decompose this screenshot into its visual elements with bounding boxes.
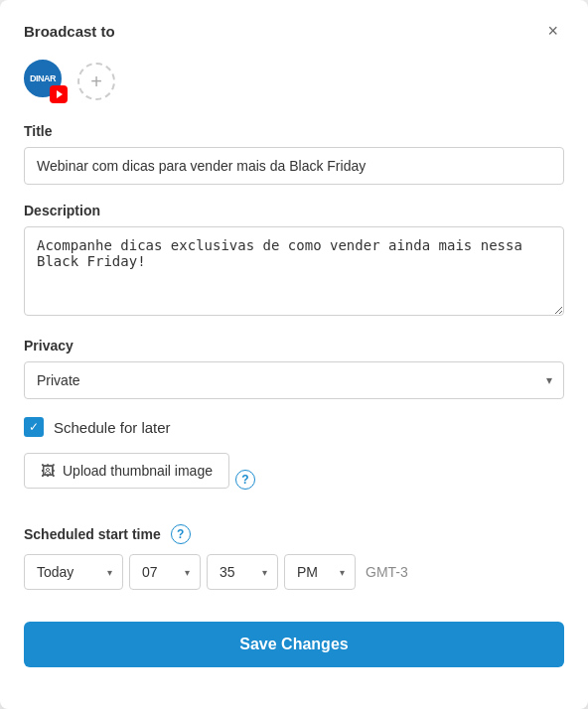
privacy-select-wrapper: Private Public Unlisted ▾ (24, 361, 564, 399)
upload-thumbnail-label: Upload thumbnail image (63, 463, 213, 479)
description-field-group: Description (24, 203, 564, 320)
scheduled-time-section: Scheduled start time ? Today ▾ 07 ▾ 35 ▾… (24, 524, 564, 590)
minute-value: 35 (220, 564, 235, 580)
scheduled-time-help-icon[interactable]: ? (171, 524, 191, 544)
close-button[interactable]: × (541, 20, 564, 42)
privacy-field-group: Privacy Private Public Unlisted ▾ (24, 338, 564, 399)
title-label: Title (24, 123, 564, 139)
schedule-label: Schedule for later (54, 419, 171, 436)
hour-value: 07 (142, 564, 158, 580)
broadcast-targets: DINAR + (24, 60, 564, 103)
day-arrow-icon: ▾ (107, 567, 112, 578)
add-platform-button[interactable]: + (77, 63, 115, 100)
ampm-select-box[interactable]: PM ▾ (284, 554, 356, 590)
broadcast-modal: Broadcast to × DINAR + Title Description… (0, 0, 588, 709)
minute-select-box[interactable]: 35 ▾ (207, 554, 278, 590)
description-input[interactable] (24, 226, 564, 316)
title-field-group: Title (24, 123, 564, 185)
scheduled-time-label: Scheduled start time (24, 526, 161, 542)
image-icon: 🖼 (41, 463, 55, 479)
upload-help-icon[interactable]: ? (235, 470, 255, 490)
youtube-icon (50, 85, 68, 103)
title-input[interactable] (24, 147, 564, 185)
schedule-checkbox[interactable]: ✓ (24, 417, 44, 437)
hour-arrow-icon: ▾ (185, 567, 190, 578)
timezone-label: GMT-3 (366, 564, 408, 580)
check-icon: ✓ (29, 421, 39, 433)
upload-thumbnail-button[interactable]: 🖼 Upload thumbnail image (24, 453, 229, 489)
privacy-select[interactable]: Private Public Unlisted (24, 361, 564, 399)
channel-name: DINAR (30, 73, 56, 83)
modal-header: Broadcast to × (24, 20, 564, 42)
save-changes-button[interactable]: Save Changes (24, 622, 564, 667)
day-select-box[interactable]: Today ▾ (24, 554, 123, 590)
schedule-row: ✓ Schedule for later (24, 417, 564, 437)
time-selectors: Today ▾ 07 ▾ 35 ▾ PM ▾ GMT-3 (24, 554, 564, 590)
scheduled-time-label-row: Scheduled start time ? (24, 524, 564, 544)
ampm-value: PM (297, 564, 318, 580)
privacy-label: Privacy (24, 338, 564, 354)
hour-select-box[interactable]: 07 ▾ (129, 554, 201, 590)
ampm-arrow-icon: ▾ (340, 567, 345, 578)
minute-arrow-icon: ▾ (262, 567, 267, 578)
modal-title: Broadcast to (24, 23, 115, 40)
platform-avatar[interactable]: DINAR (24, 60, 68, 103)
upload-row: 🖼 Upload thumbnail image ? (24, 453, 564, 506)
description-label: Description (24, 203, 564, 218)
day-value: Today (37, 564, 74, 580)
